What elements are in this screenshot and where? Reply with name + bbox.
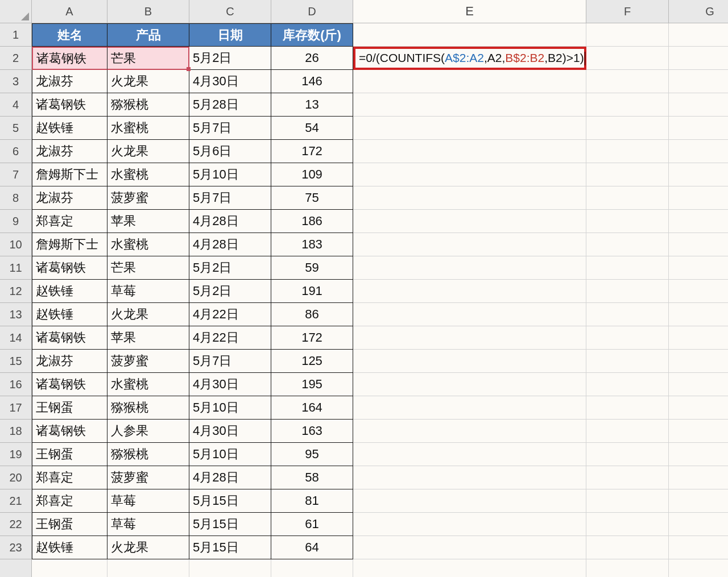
data-cell[interactable]: 5月10日 [189, 443, 271, 466]
data-cell[interactable]: 苹果 [107, 326, 189, 350]
cell-empty[interactable] [669, 373, 728, 396]
data-cell[interactable]: 5月7日 [189, 186, 271, 210]
data-cell[interactable]: 赵铁锤 [32, 280, 107, 303]
cell-empty[interactable] [669, 326, 728, 350]
data-cell[interactable]: 5月7日 [189, 117, 271, 140]
data-cell[interactable]: 5月7日 [189, 350, 271, 373]
cell-empty[interactable] [586, 23, 669, 47]
cell-empty[interactable] [586, 466, 669, 489]
cell-empty[interactable] [586, 513, 669, 536]
data-cell[interactable]: 苹果 [107, 210, 189, 233]
data-cell[interactable]: 5月6日 [189, 140, 271, 163]
data-cell[interactable]: 4月30日 [189, 70, 271, 93]
cell-empty[interactable] [353, 513, 586, 536]
row-header-12[interactable]: 12 [0, 280, 32, 303]
data-cell[interactable]: 4月30日 [189, 373, 271, 396]
data-cell[interactable]: 芒果 [107, 47, 189, 70]
data-cell[interactable]: 草莓 [107, 280, 189, 303]
cell-empty[interactable] [586, 326, 669, 350]
data-cell[interactable]: 59 [271, 256, 353, 280]
data-cell[interactable]: 183 [271, 233, 353, 256]
cell-empty[interactable] [669, 350, 728, 373]
data-cell[interactable]: 75 [271, 186, 353, 210]
data-cell[interactable]: 4月28日 [189, 210, 271, 233]
cell-empty[interactable] [353, 326, 586, 350]
cell-empty[interactable] [669, 280, 728, 303]
cell-empty[interactable] [669, 443, 728, 466]
data-cell[interactable]: 王钢蛋 [32, 443, 107, 466]
data-cell[interactable]: 詹姆斯下士 [32, 233, 107, 256]
row-header-15[interactable]: 15 [0, 350, 32, 373]
data-cell[interactable]: 郑喜定 [32, 466, 107, 489]
cell-empty[interactable] [586, 373, 669, 396]
cell-empty[interactable] [353, 443, 586, 466]
data-cell[interactable]: 诸葛钢铁 [32, 373, 107, 396]
cell-empty[interactable] [586, 47, 669, 70]
data-cell[interactable]: 诸葛钢铁 [32, 326, 107, 350]
cell-empty[interactable] [586, 443, 669, 466]
data-cell[interactable]: 草莓 [107, 489, 189, 513]
data-cell[interactable]: 4月22日 [189, 303, 271, 326]
data-cell[interactable]: 猕猴桃 [107, 396, 189, 420]
row-header-13[interactable]: 13 [0, 303, 32, 326]
cell-empty[interactable] [353, 210, 586, 233]
data-cell[interactable]: 4月30日 [189, 420, 271, 443]
cell-empty[interactable] [586, 303, 669, 326]
row-header-10[interactable]: 10 [0, 233, 32, 256]
column-header-A[interactable]: A [32, 0, 107, 23]
cell-empty[interactable] [669, 466, 728, 489]
data-cell[interactable]: 5月10日 [189, 396, 271, 420]
cell-empty[interactable] [353, 373, 586, 396]
data-cell[interactable]: 火龙果 [107, 140, 189, 163]
cell-empty[interactable] [669, 163, 728, 186]
cell-empty[interactable] [669, 396, 728, 420]
row-header-23[interactable]: 23 [0, 536, 32, 559]
cell-empty[interactable] [586, 163, 669, 186]
cell-empty[interactable] [353, 93, 586, 117]
data-cell[interactable]: 5月28日 [189, 93, 271, 117]
cell-empty[interactable] [586, 210, 669, 233]
data-cell[interactable]: 5月2日 [189, 280, 271, 303]
cell-empty[interactable] [586, 559, 669, 577]
cell-empty[interactable] [669, 93, 728, 117]
data-cell[interactable]: 诸葛钢铁 [32, 47, 107, 70]
data-cell[interactable]: 龙淑芬 [32, 140, 107, 163]
cell-empty[interactable] [32, 559, 107, 577]
cell-empty[interactable] [586, 280, 669, 303]
column-header-F[interactable]: F [586, 0, 669, 23]
data-cell[interactable]: 赵铁锤 [32, 303, 107, 326]
cell-empty[interactable] [586, 350, 669, 373]
data-cell[interactable]: 5月15日 [189, 489, 271, 513]
cell-empty[interactable] [353, 396, 586, 420]
cell-empty[interactable] [586, 117, 669, 140]
cell-empty[interactable] [669, 256, 728, 280]
column-header-B[interactable]: B [107, 0, 189, 23]
row-header-8[interactable]: 8 [0, 186, 32, 210]
cell-empty[interactable] [353, 350, 586, 373]
cell-empty[interactable] [353, 70, 586, 93]
formula-editing-cell[interactable]: =0/(COUNTIFS(A$2:A2,A2,B$2:B2,B2)>1) [353, 47, 586, 70]
data-cell[interactable]: 龙淑芬 [32, 186, 107, 210]
cell-empty[interactable] [586, 93, 669, 117]
data-cell[interactable]: 186 [271, 210, 353, 233]
data-cell[interactable]: 4月28日 [189, 233, 271, 256]
cell-empty[interactable] [353, 559, 586, 577]
data-cell[interactable]: 61 [271, 513, 353, 536]
cell-empty[interactable] [107, 559, 189, 577]
data-cell[interactable]: 猕猴桃 [107, 443, 189, 466]
data-cell[interactable]: 191 [271, 280, 353, 303]
data-cell[interactable]: 菠萝蜜 [107, 466, 189, 489]
data-cell[interactable]: 4月28日 [189, 466, 271, 489]
data-cell[interactable]: 人参果 [107, 420, 189, 443]
row-header-16[interactable]: 16 [0, 373, 32, 396]
cell-empty[interactable] [189, 559, 271, 577]
data-cell[interactable]: 81 [271, 489, 353, 513]
cell-empty[interactable] [353, 233, 586, 256]
select-all-corner[interactable] [0, 0, 32, 23]
data-cell[interactable]: 5月15日 [189, 536, 271, 559]
cell-empty[interactable] [353, 186, 586, 210]
data-cell[interactable]: 5月2日 [189, 256, 271, 280]
column-header-G[interactable]: G [669, 0, 728, 23]
data-cell[interactable]: 菠萝蜜 [107, 186, 189, 210]
data-cell[interactable]: 龙淑芬 [32, 70, 107, 93]
